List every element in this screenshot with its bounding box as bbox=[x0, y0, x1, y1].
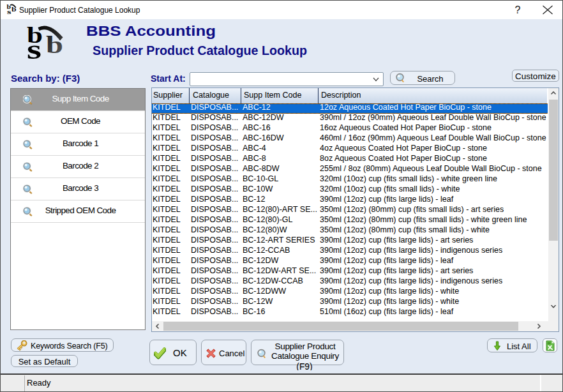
svg-text:s: s bbox=[7, 8, 12, 15]
svg-text:s: s bbox=[27, 34, 41, 65]
